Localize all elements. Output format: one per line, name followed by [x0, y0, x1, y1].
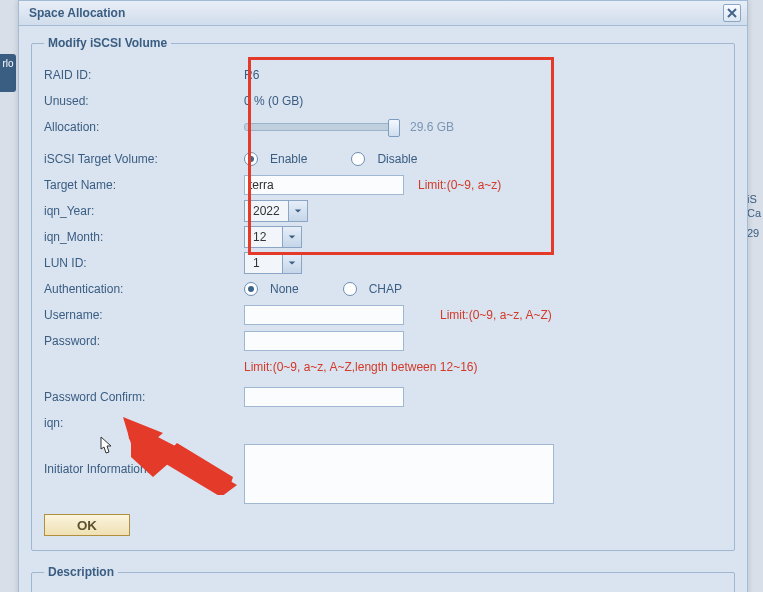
- password-limit: Limit:(0~9, a~z, A~Z,length between 12~1…: [244, 360, 477, 374]
- allocation-slider-value: 29.6 GB: [410, 120, 454, 134]
- password-confirm-label: Password Confirm:: [44, 390, 244, 404]
- allocation-slider[interactable]: [244, 123, 396, 131]
- chap-radio[interactable]: [343, 282, 357, 296]
- lun-id-value: 1: [245, 256, 282, 270]
- iqn-month-label: iqn_Month:: [44, 230, 244, 244]
- iqn-year-select[interactable]: 2022: [244, 200, 308, 222]
- dialog-body: Modify iSCSI Volume RAID ID: R6 Unused: …: [19, 26, 747, 592]
- target-volume-label: iSCSI Target Volume:: [44, 152, 244, 166]
- allocation-slider-thumb[interactable]: [388, 119, 400, 137]
- ok-button[interactable]: OK: [44, 514, 130, 536]
- dialog-header: Space Allocation: [19, 1, 747, 26]
- chevron-down-icon: [288, 201, 307, 221]
- disable-radio[interactable]: [351, 152, 365, 166]
- close-button[interactable]: [723, 4, 741, 22]
- modify-iscsi-fieldset: Modify iSCSI Volume RAID ID: R6 Unused: …: [31, 36, 735, 551]
- chap-radio-label: CHAP: [369, 282, 402, 296]
- none-radio[interactable]: [244, 282, 258, 296]
- iqn-month-select[interactable]: 12: [244, 226, 302, 248]
- chevron-down-icon: [282, 227, 301, 247]
- password-confirm-input[interactable]: [244, 387, 404, 407]
- enable-radio[interactable]: [244, 152, 258, 166]
- iqn-year-value: 2022: [245, 204, 288, 218]
- target-name-label: Target Name:: [44, 178, 244, 192]
- none-radio-label: None: [270, 282, 299, 296]
- password-label: Password:: [44, 334, 244, 348]
- dialog-title: Space Allocation: [29, 1, 125, 25]
- raid-id-label: RAID ID:: [44, 68, 244, 82]
- cursor-icon: [97, 435, 115, 457]
- fieldset-legend: Modify iSCSI Volume: [44, 36, 171, 50]
- iqn-month-value: 12: [245, 230, 282, 244]
- enable-radio-label: Enable: [270, 152, 307, 166]
- description-fieldset: Description The iSCSI block size can be …: [31, 565, 735, 592]
- username-label: Username:: [44, 308, 244, 322]
- initiator-textarea[interactable]: [244, 444, 554, 504]
- username-limit: Limit:(0~9, a~z, A~Z): [440, 308, 552, 322]
- auth-label: Authentication:: [44, 282, 244, 296]
- password-input[interactable]: [244, 331, 404, 351]
- description-legend: Description: [44, 565, 118, 579]
- disable-radio-label: Disable: [377, 152, 417, 166]
- raid-id-value: R6: [244, 68, 722, 82]
- iqn-label: iqn:: [44, 416, 244, 430]
- lun-id-label: LUN ID:: [44, 256, 244, 270]
- unused-value: 0 % (0 GB): [244, 94, 722, 108]
- initiator-label: Initiator Information:: [44, 444, 244, 476]
- username-input[interactable]: [244, 305, 404, 325]
- space-allocation-dialog: Space Allocation Modify iSCSI Volume RAI…: [18, 0, 748, 592]
- target-name-input[interactable]: [244, 175, 404, 195]
- chevron-down-icon: [282, 253, 301, 273]
- target-name-limit: Limit:(0~9, a~z): [418, 178, 501, 192]
- right-edge-stub: iS Ca 29: [747, 192, 763, 240]
- left-edge-stub: rlo: [0, 54, 16, 92]
- close-icon: [727, 8, 737, 18]
- unused-label: Unused:: [44, 94, 244, 108]
- lun-id-select[interactable]: 1: [244, 252, 302, 274]
- allocation-label: Allocation:: [44, 120, 244, 134]
- iqn-year-label: iqn_Year:: [44, 204, 244, 218]
